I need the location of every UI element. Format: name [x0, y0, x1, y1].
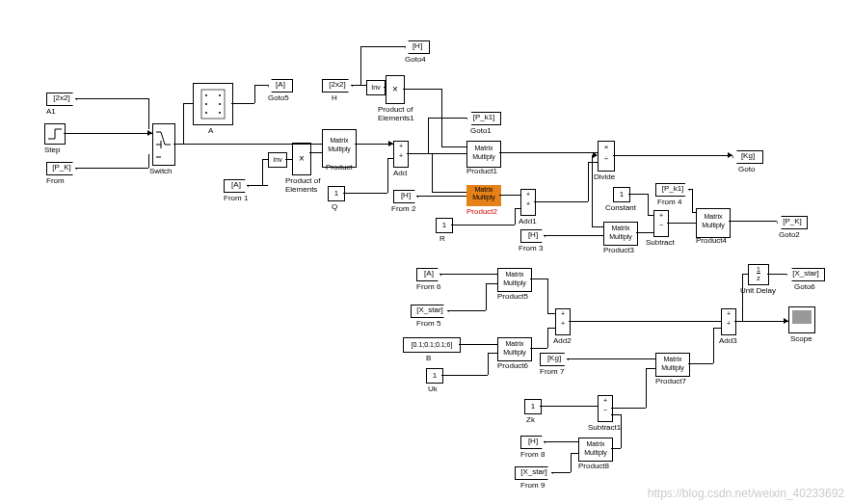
label-Subtract: Subtract [646, 238, 675, 247]
subsystem-A[interactable] [193, 83, 233, 125]
label-A1: A1 [46, 107, 56, 116]
add1[interactable]: ++ [520, 189, 536, 216]
const[interactable]: 1 [613, 187, 630, 202]
label-Add: Add [393, 169, 407, 177]
label-Product8: Product8 [578, 462, 609, 470]
from9-text: [X_star] [520, 467, 547, 476]
svg-point-4 [219, 94, 221, 96]
label-Constant: Constant [605, 203, 636, 212]
product5[interactable]: Matrix Multiply [497, 268, 532, 292]
from6[interactable]: [A] [416, 268, 441, 281]
product3[interactable]: Matrix Multiply [603, 222, 638, 246]
switch[interactable] [152, 123, 175, 166]
from2-text: [H] [401, 191, 411, 199]
label-From9: From 9 [520, 481, 545, 490]
const-Zk[interactable]: 1 [524, 399, 542, 414]
goto6[interactable]: [X_star] [786, 268, 825, 281]
inv1[interactable]: Inv [366, 80, 386, 95]
svg-point-5 [219, 103, 221, 105]
subtract[interactable]: +− [653, 210, 669, 237]
label-A: A [208, 126, 213, 135]
diagram-canvas[interactable]: [2x2] A1 Step [P_K] From Switch A [A] Go… [0, 0, 852, 504]
goto5[interactable]: [A] [268, 79, 293, 93]
const-Uk[interactable]: 1 [426, 368, 443, 384]
label-Product2: Product2 [466, 207, 497, 216]
label-From4: From 4 [657, 198, 681, 206]
from5[interactable]: [X_star] [411, 305, 449, 318]
label-Product3: Product3 [603, 246, 634, 254]
goto2[interactable]: [P_K] [777, 216, 808, 229]
inv[interactable]: Inv [268, 152, 287, 168]
from9[interactable]: [X_star] [515, 466, 553, 480]
from-A1[interactable]: [2x2] [46, 93, 77, 106]
label-From2: From 2 [391, 204, 415, 213]
label-Product: Product [326, 163, 353, 172]
label-Subtract1: Subtract1 [588, 423, 621, 432]
product2[interactable]: Matrix Multiply [466, 185, 501, 206]
const-Q[interactable]: 1 [328, 186, 345, 201]
label-PoE: Product of Elements [285, 176, 320, 194]
label-From3: From 3 [519, 244, 543, 252]
add[interactable]: ++ [393, 141, 409, 168]
add2[interactable]: ++ [555, 308, 571, 335]
from-PK-text: [P_K] [52, 163, 71, 172]
label-From7: From 7 [540, 367, 564, 376]
product1[interactable]: Matrix Multiply [466, 141, 501, 168]
from4[interactable]: [P_k1] [655, 183, 690, 197]
from4-text: [P_k1] [662, 184, 684, 193]
from8[interactable]: [H] [520, 436, 546, 449]
const-B[interactable]: [0.1;0.1;0.1;6] [403, 337, 461, 353]
from6-text: [A] [424, 269, 434, 278]
goto[interactable]: [Kg] [732, 150, 763, 164]
prodofelem1[interactable]: × [386, 75, 405, 104]
from-PK[interactable]: [P_K] [46, 162, 77, 175]
label-Goto1: Goto1 [470, 126, 492, 135]
from-A1-text: [2x2] [53, 93, 69, 102]
label-R: R [439, 234, 445, 243]
subsystem-A-icon [194, 84, 232, 124]
label-From8: From 8 [520, 450, 545, 459]
step-block[interactable] [44, 123, 66, 145]
from1[interactable]: [A] [224, 179, 249, 193]
label-Product5: Product5 [497, 292, 528, 301]
step-icon [45, 124, 65, 144]
product[interactable]: Matrix Multiply [322, 129, 357, 168]
label-Product7: Product7 [655, 377, 686, 385]
label-Add1: Add1 [519, 217, 537, 225]
product6[interactable]: Matrix Multiply [497, 337, 532, 361]
from8-text: [H] [528, 437, 538, 445]
label-Scope: Scope [790, 334, 812, 343]
scope-screen-icon [792, 310, 812, 324]
svg-point-6 [219, 112, 221, 114]
svg-point-3 [205, 112, 207, 114]
product4[interactable]: Matrix Multiply [696, 208, 731, 238]
goto4[interactable]: [H] [405, 40, 430, 54]
unitdelay[interactable]: 1z [748, 264, 769, 285]
goto6-text: [X_star] [792, 269, 819, 278]
product7[interactable]: Matrix Multiply [655, 353, 690, 377]
add3[interactable]: ++ [721, 308, 736, 335]
label-Switch: Switch [149, 167, 173, 175]
product8[interactable]: Matrix Multiply [578, 438, 613, 462]
goto1-text: [P_k1] [473, 113, 495, 121]
from1-text: [A] [231, 180, 241, 189]
switch-icon [153, 124, 174, 165]
from7[interactable]: [Kg] [540, 353, 569, 366]
from-H[interactable]: [2x2] [322, 79, 353, 93]
divide[interactable]: ×÷ [598, 141, 615, 172]
goto-text: [Kg] [741, 151, 755, 160]
scope[interactable] [788, 306, 815, 333]
prodofelem[interactable]: × [292, 143, 311, 175]
const-R[interactable]: 1 [436, 218, 453, 233]
from2[interactable]: [H] [393, 190, 418, 203]
label-Divide: Divide [594, 172, 615, 181]
svg-point-2 [205, 103, 207, 105]
label-Goto5: Goto5 [268, 93, 289, 102]
goto2-text: [P_K] [783, 217, 802, 225]
goto1[interactable]: [P_k1] [466, 112, 501, 125]
label-H: H [332, 93, 337, 102]
label-Q: Q [332, 202, 337, 211]
from3[interactable]: [H] [520, 229, 546, 243]
subtract1[interactable]: +− [598, 395, 613, 422]
label-Step: Step [44, 146, 60, 154]
